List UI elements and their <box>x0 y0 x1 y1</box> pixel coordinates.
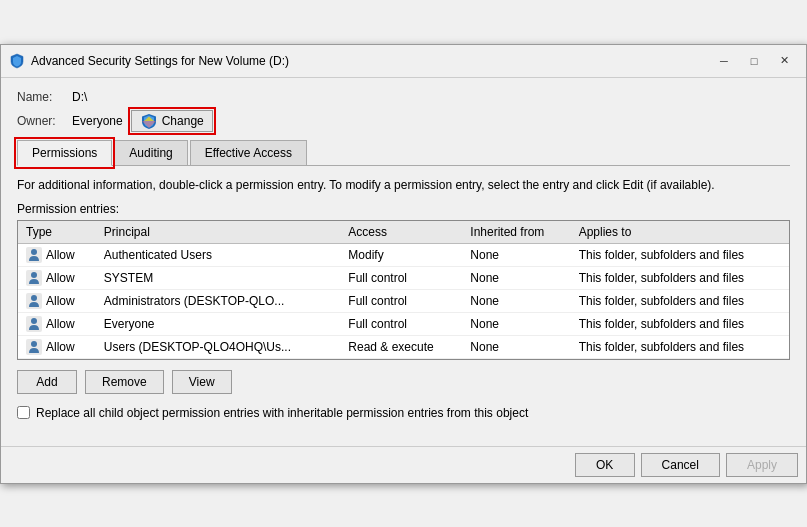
apply-button[interactable]: Apply <box>726 453 798 477</box>
owner-value: Everyone <box>72 114 123 128</box>
col-type: Type <box>18 221 96 244</box>
footer-buttons: OK Cancel Apply <box>1 446 806 483</box>
titlebar-left: Advanced Security Settings for New Volum… <box>9 53 289 69</box>
content-area: Name: D:\ Owner: Everyone Change Permiss <box>1 78 806 432</box>
cell-type-text: Allow <box>46 271 75 285</box>
permission-table: Type Principal Access Inherited from App… <box>18 221 789 359</box>
cell-principal: Administrators (DESKTOP-QLO... <box>96 289 340 312</box>
section-label: Permission entries: <box>17 202 790 216</box>
info-text: For additional information, double-click… <box>17 176 790 194</box>
change-label: Change <box>162 114 204 128</box>
table-row[interactable]: AllowAdministrators (DESKTOP-QLO...Full … <box>18 289 789 312</box>
svg-point-9 <box>31 341 37 347</box>
replace-permissions-checkbox[interactable] <box>17 406 30 419</box>
cancel-button[interactable]: Cancel <box>641 453 720 477</box>
cell-applies_to: This folder, subfolders and files <box>571 243 789 266</box>
cell-inherited_from: None <box>462 335 570 358</box>
cell-access: Read & execute <box>340 335 462 358</box>
cell-principal: Everyone <box>96 312 340 335</box>
col-access: Access <box>340 221 462 244</box>
table-row[interactable]: AllowAuthenticated UsersModifyNoneThis f… <box>18 243 789 266</box>
cell-access: Modify <box>340 243 462 266</box>
tab-effective-access[interactable]: Effective Access <box>190 140 307 166</box>
cell-type-text: Allow <box>46 317 75 331</box>
cell-access: Full control <box>340 266 462 289</box>
user-icon <box>26 247 42 263</box>
cell-inherited_from: None <box>462 312 570 335</box>
svg-point-1 <box>31 249 37 255</box>
cell-access: Full control <box>340 289 462 312</box>
cell-type: Allow <box>18 312 96 335</box>
user-icon <box>26 316 42 332</box>
cell-inherited_from: None <box>462 243 570 266</box>
cell-type: Allow <box>18 335 96 358</box>
cell-access: Full control <box>340 312 462 335</box>
cell-type: Allow <box>18 243 96 266</box>
cell-type: Allow <box>18 289 96 312</box>
cell-principal: SYSTEM <box>96 266 340 289</box>
shield-uac-icon <box>140 113 158 129</box>
titlebar-icon <box>9 53 25 69</box>
name-label: Name: <box>17 90 72 104</box>
titlebar-controls: ─ □ ✕ <box>710 51 798 71</box>
svg-point-7 <box>31 318 37 324</box>
checkbox-row: Replace all child object permission entr… <box>17 406 790 420</box>
cell-principal: Authenticated Users <box>96 243 340 266</box>
table-row[interactable]: AllowUsers (DESKTOP-QLO4OHQ\Us...Read & … <box>18 335 789 358</box>
titlebar: Advanced Security Settings for New Volum… <box>1 45 806 78</box>
cell-applies_to: This folder, subfolders and files <box>571 289 789 312</box>
cell-applies_to: This folder, subfolders and files <box>571 335 789 358</box>
ok-button[interactable]: OK <box>575 453 635 477</box>
cell-type-text: Allow <box>46 340 75 354</box>
col-inherited: Inherited from <box>462 221 570 244</box>
user-icon <box>26 270 42 286</box>
view-button[interactable]: View <box>172 370 232 394</box>
user-icon <box>26 293 42 309</box>
cell-inherited_from: None <box>462 266 570 289</box>
name-field-row: Name: D:\ <box>17 90 790 104</box>
owner-label: Owner: <box>17 114 72 128</box>
cell-type: Allow <box>18 266 96 289</box>
close-button[interactable]: ✕ <box>770 51 798 71</box>
tab-permissions[interactable]: Permissions <box>17 140 112 166</box>
cell-principal: Users (DESKTOP-QLO4OHQ\Us... <box>96 335 340 358</box>
table-header-row: Type Principal Access Inherited from App… <box>18 221 789 244</box>
table-row[interactable]: AllowSYSTEMFull controlNoneThis folder, … <box>18 266 789 289</box>
cell-type-text: Allow <box>46 294 75 308</box>
svg-point-5 <box>31 295 37 301</box>
bottom-buttons: Add Remove View <box>17 370 790 394</box>
add-button[interactable]: Add <box>17 370 77 394</box>
tab-auditing[interactable]: Auditing <box>114 140 187 166</box>
user-icon <box>26 339 42 355</box>
col-applies: Applies to <box>571 221 789 244</box>
main-window: Advanced Security Settings for New Volum… <box>0 44 807 484</box>
svg-point-3 <box>31 272 37 278</box>
remove-button[interactable]: Remove <box>85 370 164 394</box>
cell-type-text: Allow <box>46 248 75 262</box>
col-principal: Principal <box>96 221 340 244</box>
tabs-row: Permissions Auditing Effective Access <box>17 140 790 166</box>
cell-applies_to: This folder, subfolders and files <box>571 312 789 335</box>
permission-table-wrapper: Type Principal Access Inherited from App… <box>17 220 790 360</box>
table-row[interactable]: AllowEveryoneFull controlNoneThis folder… <box>18 312 789 335</box>
cell-applies_to: This folder, subfolders and files <box>571 266 789 289</box>
minimize-button[interactable]: ─ <box>710 51 738 71</box>
cell-inherited_from: None <box>462 289 570 312</box>
name-value: D:\ <box>72 90 87 104</box>
owner-field-row: Owner: Everyone Change <box>17 110 790 132</box>
window-title: Advanced Security Settings for New Volum… <box>31 54 289 68</box>
checkbox-label: Replace all child object permission entr… <box>36 406 528 420</box>
change-button[interactable]: Change <box>131 110 213 132</box>
maximize-button[interactable]: □ <box>740 51 768 71</box>
